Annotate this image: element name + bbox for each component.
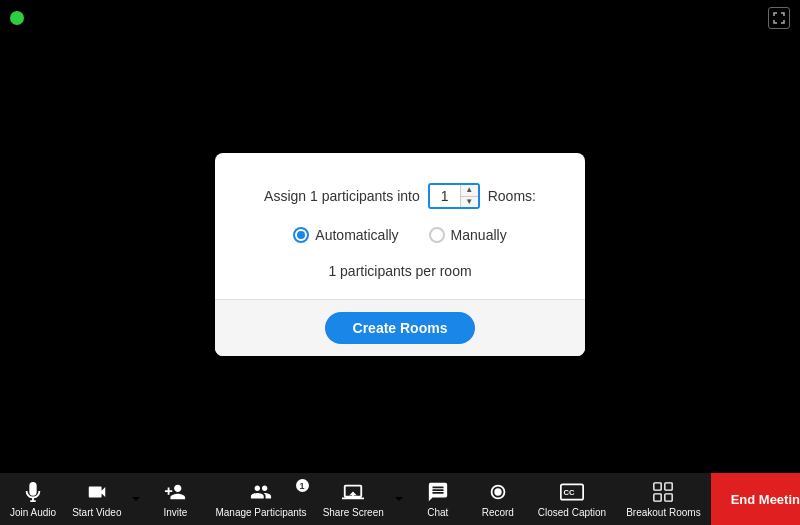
radio-inner — [297, 231, 305, 239]
manually-label: Manually — [451, 227, 507, 243]
modal-footer: Create Rooms — [215, 299, 585, 356]
record-icon — [486, 480, 510, 504]
spinner-arrows: ▲ ▼ — [460, 185, 478, 207]
video-icon — [85, 480, 109, 504]
toolbar-item-record[interactable]: Record — [468, 473, 528, 525]
svg-marker-0 — [132, 497, 140, 501]
svg-rect-8 — [654, 494, 661, 501]
spinner-down-button[interactable]: ▼ — [461, 197, 478, 208]
breakout-icon — [651, 480, 675, 504]
toolbar-item-breakout-rooms[interactable]: Breakout Rooms — [616, 473, 710, 525]
create-rooms-button[interactable]: Create Rooms — [325, 312, 476, 344]
start-video-label: Start Video — [72, 507, 121, 518]
svg-marker-1 — [395, 497, 403, 501]
svg-rect-7 — [665, 483, 672, 490]
rooms-value-input[interactable] — [430, 185, 460, 207]
toolbar: Join Audio Start Video — [0, 473, 800, 525]
spinner-up-button[interactable]: ▲ — [461, 185, 478, 197]
start-video-caret[interactable] — [127, 473, 145, 525]
cc-icon: CC — [560, 480, 584, 504]
automatically-option[interactable]: Automatically — [293, 227, 398, 243]
invite-label: Invite — [164, 507, 188, 518]
toolbar-item-chat[interactable]: Chat — [408, 473, 468, 525]
manage-participants-label: Manage Participants — [215, 507, 306, 518]
share-screen-caret[interactable] — [390, 473, 408, 525]
toolbar-item-invite[interactable]: Invite — [145, 473, 205, 525]
breakout-rooms-modal: Assign 1 participants into ▲ ▼ Rooms: Au… — [215, 153, 585, 356]
closed-caption-label: Closed Caption — [538, 507, 606, 518]
toolbar-item-join-audio[interactable]: Join Audio — [0, 473, 66, 525]
chat-icon — [426, 480, 450, 504]
assign-row: Assign 1 participants into ▲ ▼ Rooms: — [245, 183, 555, 209]
svg-point-3 — [494, 488, 501, 495]
rooms-number-input[interactable]: ▲ ▼ — [428, 183, 480, 209]
share-screen-icon — [341, 480, 365, 504]
join-audio-label: Join Audio — [10, 507, 56, 518]
status-indicator — [10, 11, 24, 25]
modal-overlay: Assign 1 participants into ▲ ▼ Rooms: Au… — [0, 36, 800, 473]
svg-rect-6 — [654, 483, 661, 490]
assignment-type-row: Automatically Manually — [245, 227, 555, 243]
per-room-text: 1 participants per room — [245, 263, 555, 279]
top-bar — [0, 0, 800, 36]
fullscreen-button[interactable] — [768, 7, 790, 29]
participants-icon — [249, 480, 273, 504]
manually-option[interactable]: Manually — [429, 227, 507, 243]
breakout-rooms-label: Breakout Rooms — [626, 507, 700, 518]
chat-label: Chat — [427, 507, 448, 518]
toolbar-items: Join Audio Start Video — [0, 473, 711, 525]
end-meeting-button[interactable]: End Meeting — [711, 473, 800, 525]
toolbar-item-closed-caption[interactable]: CC Closed Caption — [528, 473, 616, 525]
participants-badge: 1 — [296, 479, 309, 492]
share-screen-label: Share Screen — [323, 507, 384, 518]
automatically-label: Automatically — [315, 227, 398, 243]
assign-text-before: Assign 1 participants into — [264, 188, 420, 204]
automatically-radio[interactable] — [293, 227, 309, 243]
toolbar-item-start-video[interactable]: Start Video — [66, 473, 127, 525]
audio-icon — [21, 480, 45, 504]
manually-radio[interactable] — [429, 227, 445, 243]
toolbar-item-start-video-group: Start Video — [66, 473, 145, 525]
invite-icon — [163, 480, 187, 504]
toolbar-item-manage-participants[interactable]: 1 Manage Participants — [205, 473, 316, 525]
assign-text-after: Rooms: — [488, 188, 536, 204]
toolbar-item-share-screen-group: Share Screen — [317, 473, 408, 525]
toolbar-item-share-screen[interactable]: Share Screen — [317, 473, 390, 525]
svg-rect-9 — [665, 494, 672, 501]
record-label: Record — [482, 507, 514, 518]
svg-text:CC: CC — [563, 488, 575, 497]
